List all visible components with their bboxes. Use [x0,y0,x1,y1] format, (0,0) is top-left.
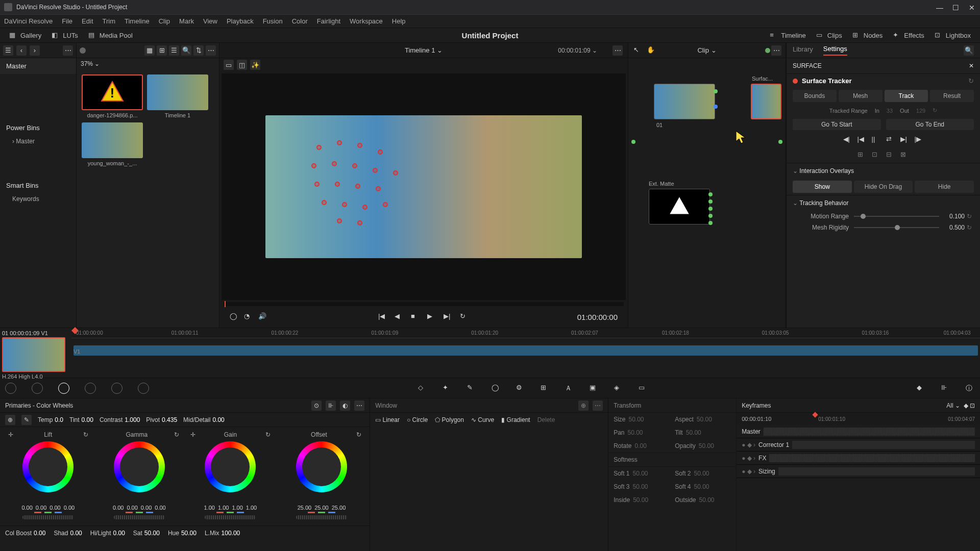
motion-range-slider[interactable] [854,216,939,217]
prev-frame-button[interactable]: ◀ [395,312,404,321]
kf-ruler[interactable]: 00:00:01:10 01:00:01:10 01:00:04:07 [737,413,980,425]
track-fwd-button[interactable]: ▶| [900,135,910,144]
contrast-value[interactable]: 1.000 [125,416,140,423]
video-track-v1[interactable] [74,345,978,356]
tracking-mesh-overlay[interactable] [306,136,408,228]
kf-row-corrector1[interactable]: ● ◆ › Corrector 1 [737,438,980,452]
lift-reset-icon[interactable]: ↻ [83,431,88,438]
clip-thumb-youngwoman[interactable]: young_woman_-_... [82,122,143,166]
pointer-icon[interactable]: ↖ [633,46,643,55]
bars-mode-icon[interactable]: ⊪ [326,400,336,411]
next-frame-button[interactable]: ▶| [444,312,453,321]
overlay-show-button[interactable]: Show [793,181,852,193]
hue-value[interactable]: 50.00 [181,530,197,537]
rigidity-value[interactable]: 0.500 [939,224,965,231]
wheels-tool-icon[interactable] [58,383,69,394]
hand-icon[interactable]: ✋ [647,46,656,55]
lift-jog[interactable] [22,515,74,519]
data-tool-icon[interactable]: ▭ [639,384,648,393]
gamma-reset-icon[interactable]: ↻ [174,431,179,438]
info-tool-icon[interactable]: ⓘ [966,384,975,393]
rgb-tool-icon[interactable] [111,383,122,394]
library-tab[interactable]: Library [793,45,813,55]
log-mode-icon[interactable]: ◐ [340,400,350,411]
warp-tool-icon[interactable] [138,383,149,394]
inside-value[interactable]: 50.00 [633,496,648,504]
goto-end-button[interactable]: Go To End [886,119,974,130]
grid-view-icon[interactable]: ⊞ [157,45,167,56]
tint-value[interactable]: 0.00 [82,416,93,423]
pan-value[interactable]: 50.00 [628,429,643,436]
effects-tool-icon[interactable]: ◈ [614,384,623,393]
close-button[interactable]: ✕ [969,4,976,11]
size-value[interactable]: 50.00 [628,416,644,423]
nodes-options-icon[interactable]: ⋯ [771,45,781,56]
linear-shape[interactable]: ▭ Linear [375,416,400,423]
gradient-shape[interactable]: ▮ Gradient [501,416,530,423]
stop-button[interactable]: ■ [411,312,420,321]
viewer-scrubber[interactable] [224,302,624,306]
menu-view[interactable]: View [203,17,217,25]
list-view-icon[interactable]: ☰ [3,45,13,56]
kf-row-fx[interactable]: ● ◆ › FX [737,452,980,465]
graph-output-dot[interactable] [778,140,782,144]
track-fwd-one-button[interactable]: |▶ [915,135,924,144]
behavior-header[interactable]: Tracking Behavior [787,195,980,211]
motion-range-value[interactable]: 0.100 [939,213,965,220]
hilight-value[interactable]: 0.00 [113,530,125,537]
clips-button[interactable]: ▭Clips [811,31,847,39]
reset-tracker-icon[interactable]: ↻ [968,77,974,85]
gamma-jog[interactable] [114,515,165,519]
clip-ruler[interactable]: 01:00:00:00 01:00:00:11 01:00:00:22 01:0… [71,328,980,338]
surface-close-icon[interactable]: ✕ [969,62,974,69]
menu-playback[interactable]: Playback [227,17,254,25]
kf-row-master[interactable]: Master [737,425,980,438]
delete-shape[interactable]: Delete [537,416,555,423]
gamma-wheel[interactable] [114,441,165,492]
wheels-mode-icon[interactable]: ⊙ [311,400,322,411]
gallery-button[interactable]: ▦Gallery [4,31,46,39]
blur-tool-icon[interactable]: ◯ [492,384,501,393]
offset-reset-icon[interactable]: ↻ [356,431,361,438]
menu-clip[interactable]: Clip [159,17,170,25]
tilt-value[interactable]: 50.00 [686,429,701,436]
nav-fwd-icon[interactable]: › [30,45,40,56]
menu-timeline[interactable]: Timeline [125,17,150,25]
kf-options-icon[interactable]: ⊡ [970,402,975,409]
menu-fairlight[interactable]: Fairlight [317,17,340,25]
loop-icon[interactable]: ◯ [230,312,239,321]
rigidity-slider[interactable] [854,227,939,228]
track-tool2-icon[interactable]: ⊡ [872,151,881,160]
viewer-options-icon[interactable]: ⋯ [612,45,623,56]
luts-button[interactable]: ◧LUTs [46,31,83,39]
viewer-timecode[interactable]: 00:00:01:09 ⌄ [558,47,597,54]
menu-file[interactable]: File [62,17,72,25]
track-tool1-icon[interactable]: ⊞ [857,151,867,160]
middetail-value[interactable]: 0.00 [212,416,224,423]
awb-icon[interactable]: ✎ [21,415,32,425]
temp-value[interactable]: 0.0 [55,416,63,423]
node-graph[interactable]: 01 Surfac... Ext. Matte [628,58,786,272]
soft3-value[interactable]: 50.00 [633,483,648,490]
master-bin[interactable]: Master [0,58,76,74]
nav-back-icon[interactable]: ‹ [16,45,27,56]
settings-tab[interactable]: Settings [823,45,847,56]
track-tool4-icon[interactable]: ⊠ [900,151,910,160]
node-surface[interactable]: Surfac... [751,84,781,119]
soft4-value[interactable]: 50.00 [694,483,709,490]
track-tab[interactable]: Track [885,90,928,102]
window-options-icon[interactable]: ⋯ [593,400,603,411]
audio-icon[interactable]: 🔊 [258,312,267,321]
track-both-button[interactable]: ⇄ [886,135,895,144]
kf-expand-icon[interactable]: ◆ [964,402,968,409]
curve-shape[interactable]: ∿ Curve [471,416,494,423]
gain-jog[interactable] [205,515,256,519]
primaries-options-icon[interactable]: ⋯ [354,400,364,411]
overlay-hide-button[interactable]: Hide [915,181,974,193]
powerbin-master[interactable]: › Master [0,136,76,147]
gain-reset-icon[interactable]: ↻ [265,431,271,438]
aspect-value[interactable]: 50.00 [697,416,712,423]
sat-value[interactable]: 50.00 [144,530,160,537]
curves-tool-icon[interactable] [5,383,16,394]
menu-help[interactable]: Help [392,17,406,25]
